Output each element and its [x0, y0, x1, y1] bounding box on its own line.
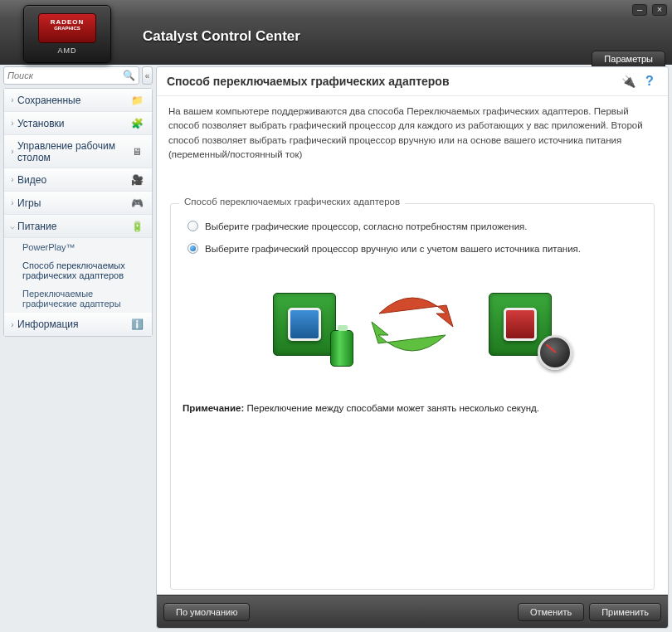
sidebar-item-label: Игры	[17, 197, 127, 209]
folder-icon: 📁	[127, 95, 147, 106]
sidebar-item-video[interactable]: Видео 🎥	[4, 168, 152, 192]
close-button[interactable]: ×	[652, 4, 667, 16]
app-title: Catalyst Control Center	[143, 28, 300, 45]
footer-bar: По умолчанию Отменить Применить	[157, 595, 668, 628]
chevron-down-icon	[7, 221, 17, 231]
radio-icon[interactable]	[187, 221, 198, 231]
switchable-method-group: Способ переключаемых графических адаптер…	[170, 203, 655, 590]
power-plug-icon[interactable]: 🔌	[620, 74, 636, 89]
search-box[interactable]: 🔍	[3, 66, 139, 85]
logo-text: RADEON	[51, 18, 85, 26]
cancel-button[interactable]: Отменить	[518, 603, 584, 621]
minimize-button[interactable]: –	[632, 4, 647, 16]
brand-logo: RADEON GRAPHICS AMD	[23, 5, 111, 63]
sidebar: 🔍 « Сохраненные 📁 Установки 🧩 Управле	[3, 66, 153, 629]
sidebar-item-desktop-mgmt[interactable]: Управление рабочим столом 🖥	[4, 135, 152, 168]
chevron-right-icon	[7, 119, 17, 128]
note-text: Примечание: Переключение между способами…	[183, 403, 642, 413]
option-label: Выберите графический процессор вручную и…	[205, 244, 581, 254]
sidebar-item-info[interactable]: Информация ℹ️	[4, 313, 152, 336]
desktop-icon: 🖥	[127, 146, 147, 158]
swap-arrows-icon	[367, 287, 458, 362]
chip-performance-icon	[483, 287, 558, 362]
page-title: Способ переключаемых графических адаптер…	[167, 75, 615, 88]
battery-icon	[330, 330, 353, 367]
illustration	[183, 287, 642, 362]
main-panel: Способ переключаемых графических адаптер…	[156, 66, 669, 629]
parameters-button[interactable]: Параметры	[592, 51, 665, 67]
radio-icon[interactable]	[187, 243, 198, 254]
chip-power-saving-icon	[267, 287, 342, 362]
chevron-right-icon	[7, 320, 17, 329]
search-input[interactable]	[7, 70, 123, 80]
page-header: Способ переключаемых графических адаптер…	[157, 67, 668, 96]
sidebar-item-games[interactable]: Игры 🎮	[4, 192, 152, 215]
sidebar-item-label: Информация	[17, 318, 127, 330]
help-icon[interactable]: ?	[641, 74, 658, 89]
gauge-icon	[538, 335, 572, 370]
collapse-sidebar-button[interactable]: «	[142, 66, 153, 85]
apply-button[interactable]: Применить	[589, 603, 661, 621]
sidebar-item-label: Управление рабочим столом	[17, 140, 127, 163]
sidebar-sub-switchable-method[interactable]: Способ переключаемых графических адаптер…	[4, 256, 152, 284]
group-legend: Способ переключаемых графических адаптер…	[179, 197, 405, 207]
option-label: Выберите графические процессор, согласно…	[205, 221, 528, 231]
info-icon: ℹ️	[127, 318, 147, 330]
nav-tree: Сохраненные 📁 Установки 🧩 Управление раб…	[3, 88, 153, 337]
sidebar-sub-powerplay[interactable]: PowerPlay™	[4, 238, 152, 256]
chevron-right-icon	[7, 95, 17, 105]
sidebar-item-label: Сохраненные	[17, 95, 127, 106]
settings-icon: 🧩	[127, 118, 147, 129]
sidebar-item-label: Видео	[17, 174, 127, 186]
chevron-right-icon	[7, 198, 17, 207]
sidebar-item-label: Установки	[17, 118, 127, 129]
sidebar-sub-power: PowerPlay™ Способ переключаемых графичес…	[4, 238, 152, 313]
chevron-right-icon	[7, 175, 17, 184]
battery-icon: 🔋	[127, 221, 147, 232]
chevron-right-icon	[7, 147, 17, 156]
sidebar-item-installs[interactable]: Установки 🧩	[4, 112, 152, 135]
sidebar-item-label: Питание	[17, 221, 127, 232]
page-description: На вашем компьютере поддерживаются два с…	[157, 96, 668, 170]
sidebar-item-saved[interactable]: Сохраненные 📁	[4, 89, 152, 112]
logo-brand: AMD	[58, 46, 77, 55]
search-icon[interactable]: 🔍	[123, 70, 135, 81]
gamepad-icon: 🎮	[127, 197, 147, 209]
sidebar-sub-switchable-adapters[interactable]: Переключаемые графические адаптеры	[4, 284, 152, 313]
option-by-application[interactable]: Выберите графические процессор, согласно…	[187, 221, 642, 231]
camera-icon: 🎥	[127, 174, 147, 186]
header: RADEON GRAPHICS AMD Catalyst Control Cen…	[0, 20, 672, 65]
sidebar-item-power[interactable]: Питание 🔋	[4, 215, 152, 238]
option-manual-power[interactable]: Выберите графический процессор вручную и…	[187, 243, 642, 254]
logo-subtext: GRAPHICS	[39, 26, 95, 31]
defaults-button[interactable]: По умолчанию	[163, 603, 250, 621]
